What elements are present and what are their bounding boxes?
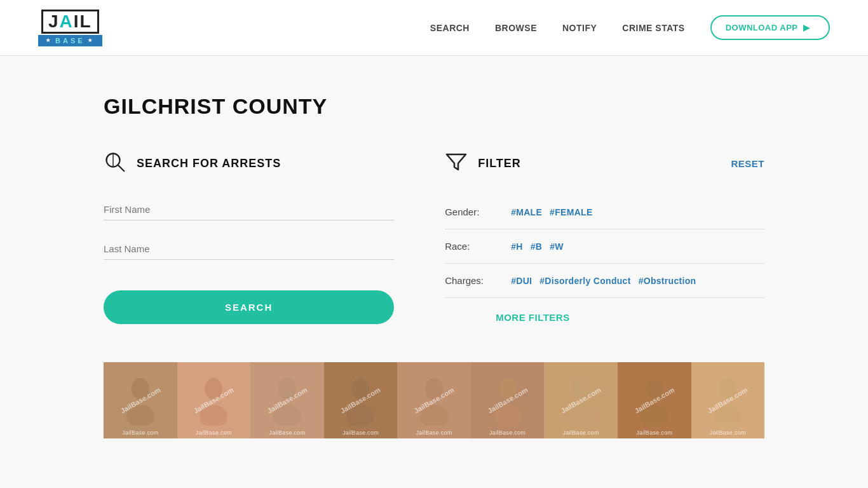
mugshot-item[interactable]: JailBase.com JailBase.com <box>397 362 471 438</box>
mugshot-label: JailBase.com <box>544 430 618 436</box>
last-name-field <box>104 238 394 260</box>
filter-section-title: FILTER <box>478 157 521 170</box>
last-name-input[interactable] <box>104 238 394 260</box>
svg-point-13 <box>499 378 517 400</box>
filter-tag-dui[interactable]: #DUI <box>511 276 532 286</box>
mugshot-item[interactable]: JailBase.com JailBase.com <box>544 362 618 438</box>
mugshot-placeholder <box>618 362 691 438</box>
nav-crime-stats[interactable]: CRIME STATS <box>622 23 684 33</box>
download-app-button[interactable]: DOWNLOAD APP ▶ <box>710 15 830 40</box>
filter-tag-disorderly[interactable]: #Disorderly Conduct <box>539 276 630 286</box>
filter-row-race: Race: #H #B #W <box>445 229 764 264</box>
mugshot-label: JailBase.com <box>104 430 177 436</box>
mugshot-placeholder <box>544 362 618 438</box>
filter-tag-female[interactable]: #FEMALE <box>550 207 592 217</box>
mugshot-item[interactable]: JailBase.com JailBase.com <box>618 362 691 438</box>
search-section-title: SEARCH FOR ARRESTS <box>137 157 281 170</box>
svg-point-12 <box>420 405 448 426</box>
filter-header-left: FILTER <box>445 151 521 176</box>
mugshot-label: JailBase.com <box>250 430 324 436</box>
mugshot-placeholder <box>471 362 545 438</box>
mugshot-item[interactable]: JailBase.com JailBase.com <box>177 362 251 438</box>
svg-point-17 <box>646 378 663 400</box>
search-mag-icon <box>104 151 126 176</box>
svg-point-5 <box>205 378 222 400</box>
search-section: SEARCH FOR ARRESTS SEARCH <box>104 151 394 324</box>
svg-point-10 <box>346 405 374 426</box>
race-tags: #H #B #W <box>511 241 564 252</box>
mugshot-placeholder <box>104 362 177 438</box>
svg-point-3 <box>132 378 149 400</box>
reset-filter-link[interactable]: RESET <box>731 158 764 169</box>
gender-tags: #MALE #FEMALE <box>511 207 592 217</box>
mugshot-label: JailBase.com <box>397 430 471 436</box>
svg-point-18 <box>641 405 668 426</box>
filter-tag-male[interactable]: #MALE <box>511 207 542 217</box>
filter-section-header: FILTER RESET <box>445 151 764 176</box>
filter-section: FILTER RESET Gender: #MALE #FEMALE Race:… <box>445 151 764 324</box>
search-filter-columns: SEARCH FOR ARRESTS SEARCH FILTER <box>104 151 764 324</box>
svg-point-20 <box>714 405 742 426</box>
mugshot-item[interactable]: JailBase.com JailBase.com <box>250 362 324 438</box>
filter-row-charges: Charges: #DUI #Disorderly Conduct #Obstr… <box>445 264 764 298</box>
mugshot-strip: JailBase.com JailBase.com JailBase.com J… <box>104 362 764 438</box>
race-label: Race: <box>445 241 496 252</box>
first-name-input[interactable] <box>104 199 394 220</box>
mugshot-item[interactable]: JailBase.com JailBase.com <box>471 362 545 438</box>
mugshot-placeholder <box>177 362 251 438</box>
mugshot-label: JailBase.com <box>618 430 691 436</box>
play-icon: ▶ <box>803 23 810 32</box>
filter-row-gender: Gender: #MALE #FEMALE <box>445 195 764 229</box>
svg-point-15 <box>572 378 590 400</box>
mugshot-label: JailBase.com <box>691 430 765 436</box>
page-title: GILCHRIST COUNTY <box>104 94 764 119</box>
mugshot-placeholder <box>397 362 471 438</box>
svg-point-16 <box>567 405 595 426</box>
filter-funnel-icon <box>445 151 468 176</box>
filter-tag-obstruction[interactable]: #Obstruction <box>639 276 696 286</box>
svg-point-14 <box>494 405 522 426</box>
charges-label: Charges: <box>445 275 496 286</box>
first-name-field <box>104 199 394 220</box>
filter-tag-w[interactable]: #W <box>550 241 564 252</box>
svg-point-11 <box>425 378 443 400</box>
more-filters-link[interactable]: MORE FILTERS <box>445 312 570 323</box>
mugshot-item[interactable]: JailBase.com JailBase.com <box>324 362 398 438</box>
logo-star-right: ★ <box>88 37 95 43</box>
logo[interactable]: JAIL ★ BASE ★ <box>38 10 102 46</box>
mugshot-item[interactable]: JailBase.com JailBase.com <box>104 362 177 438</box>
gender-label: Gender: <box>445 207 496 217</box>
mugshot-label: JailBase.com <box>471 430 545 436</box>
search-section-header: SEARCH FOR ARRESTS <box>104 151 394 176</box>
nav-browse[interactable]: BROWSE <box>495 23 537 33</box>
filter-tag-b[interactable]: #B <box>531 241 543 252</box>
logo-star-left: ★ <box>46 37 53 43</box>
main-content: GILCHRIST COUNTY SEARCH FOR ARRESTS <box>53 56 815 438</box>
svg-point-4 <box>126 405 154 426</box>
mugshot-label: JailBase.com <box>177 430 251 436</box>
svg-line-1 <box>118 165 125 172</box>
mugshot-item[interactable]: JailBase.com JailBase.com <box>691 362 765 438</box>
svg-point-8 <box>273 405 301 426</box>
svg-point-9 <box>351 378 369 400</box>
mugshot-label: JailBase.com <box>324 430 398 436</box>
main-nav: SEARCH BROWSE NOTIFY CRIME STATS DOWNLOA… <box>430 15 830 40</box>
svg-point-7 <box>278 378 296 400</box>
logo-base: ★ BASE ★ <box>38 35 102 46</box>
mugshot-placeholder <box>250 362 324 438</box>
svg-point-6 <box>200 405 227 426</box>
site-header: JAIL ★ BASE ★ SEARCH BROWSE NOTIFY CRIME… <box>0 0 868 56</box>
mugshot-placeholder <box>324 362 398 438</box>
nav-search[interactable]: SEARCH <box>430 23 470 33</box>
logo-jail: JAIL <box>41 10 99 34</box>
charges-tags: #DUI #Disorderly Conduct #Obstruction <box>511 276 696 286</box>
nav-notify[interactable]: NOTIFY <box>562 23 597 33</box>
search-button[interactable]: SEARCH <box>104 290 394 324</box>
mugshot-placeholder <box>691 362 765 438</box>
svg-point-19 <box>719 378 736 400</box>
filter-tag-h[interactable]: #H <box>511 241 523 252</box>
